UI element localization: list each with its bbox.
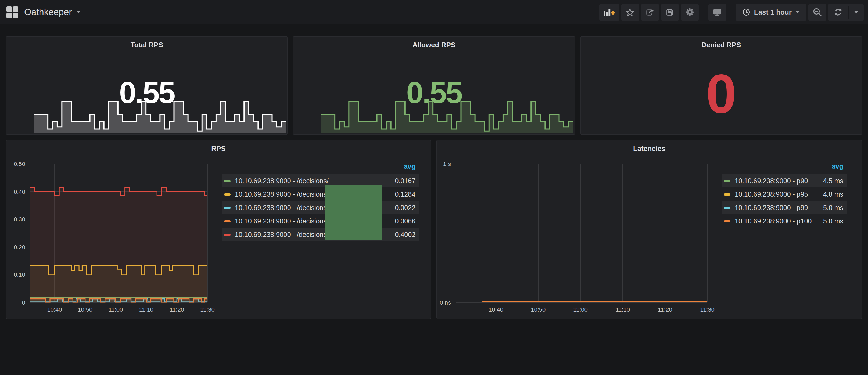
gear-icon — [685, 7, 694, 17]
x-axis-tick: 10:40 — [481, 306, 511, 313]
zoom-out-icon — [813, 7, 822, 17]
series-swatch — [724, 180, 731, 182]
add-panel-button[interactable] — [599, 3, 619, 21]
x-axis-tick: 11:10 — [131, 306, 161, 313]
cycle-view-button[interactable] — [708, 3, 726, 21]
legend-row[interactable]: 10.10.69.238:9000 - p99 5.0 ms — [722, 201, 846, 214]
monitor-icon — [713, 8, 722, 17]
series-swatch — [724, 193, 731, 195]
refresh-split-button — [828, 3, 864, 21]
x-axis-tick: 11:30 — [192, 306, 222, 313]
panel-title[interactable]: Denied RPS — [581, 41, 862, 49]
graph-panel-latencies: Latencies avg 10.10.69.238:9000 - p90 4.… — [436, 140, 862, 319]
x-axis-tick: 11:30 — [692, 306, 722, 313]
green-overlay-box — [325, 185, 381, 240]
legend-row[interactable]: 10.10.69.238:9000 - /decisions/ 0.4002 — [222, 228, 419, 241]
sparkline — [34, 99, 286, 133]
time-picker-button[interactable]: Last 1 hour — [736, 3, 806, 21]
rps-legend: avg 10.10.69.238:9000 - /decisions/ 0.01… — [222, 163, 419, 241]
share-button[interactable] — [641, 3, 659, 21]
x-axis-tick: 10:50 — [523, 306, 553, 313]
x-axis-tick: 10:50 — [70, 306, 100, 313]
refresh-interval-dropdown[interactable] — [849, 3, 864, 21]
stat-panel-total-rps: Total RPS 0.55 — [6, 36, 288, 135]
y-axis-tick: 0 — [6, 299, 25, 306]
zoom-out-button[interactable] — [808, 3, 826, 21]
legend-row[interactable]: 10.10.69.238:9000 - p90 4.5 ms — [722, 174, 846, 187]
x-axis-tick: 11:20 — [650, 306, 680, 313]
sparkline — [321, 99, 574, 133]
chevron-down-icon — [76, 11, 81, 13]
y-axis-tick: 0.10 — [6, 272, 25, 279]
legend-row[interactable]: 10.10.69.238:9000 - p100 5.0 ms — [722, 214, 846, 228]
series-swatch — [724, 207, 731, 209]
x-axis-tick: 11:00 — [565, 306, 595, 313]
share-icon — [646, 8, 654, 17]
x-axis-tick: 11:10 — [608, 306, 638, 313]
stat-value: 0 — [581, 67, 862, 121]
legend-row[interactable]: 10.10.69.238:9000 - p95 4.8 ms — [722, 187, 846, 201]
y-axis-tick: 0.50 — [6, 161, 25, 168]
series-swatch — [224, 220, 230, 222]
series-swatch — [224, 193, 230, 195]
y-axis-tick: 0.40 — [6, 188, 25, 195]
legend-avg-header[interactable]: avg — [722, 163, 846, 174]
series-swatch — [224, 180, 230, 182]
star-icon — [626, 8, 634, 17]
chevron-down-icon — [796, 11, 800, 13]
series-swatch — [224, 207, 230, 209]
legend-row[interactable]: 10.10.69.238:9000 - /decisions/ 0.0066 — [222, 214, 419, 228]
panel-title[interactable]: Allowed RPS — [294, 41, 575, 49]
dashboard-title[interactable]: Oathkeeper — [24, 7, 81, 18]
graphs-row: RPS avg 10.10.69.238:9000 - /decisions/ … — [6, 140, 862, 319]
panel-title[interactable]: Total RPS — [6, 41, 287, 49]
graph-panel-rps: RPS avg 10.10.69.238:9000 - /decisions/ … — [6, 140, 431, 319]
chevron-down-icon — [854, 11, 858, 13]
settings-button[interactable] — [681, 3, 699, 21]
stat-panel-denied-rps: Denied RPS 0 — [580, 36, 862, 135]
y-axis-tick: 1 s — [437, 161, 451, 168]
navbar: Oathkeeper — [0, 0, 868, 24]
y-axis-tick: 0 ns — [437, 299, 451, 306]
refresh-button[interactable] — [828, 3, 848, 21]
latencies-legend: avg 10.10.69.238:9000 - p90 4.5 ms 10.10… — [722, 163, 846, 228]
star-button[interactable] — [621, 3, 639, 21]
legend-row[interactable]: 10.10.69.238:9000 - /decisions/ 0.1284 — [222, 187, 419, 201]
legend-row[interactable]: 10.10.69.238:9000 - /decisions/ 0.0167 — [222, 174, 419, 187]
save-button[interactable] — [661, 3, 679, 21]
legend-avg-header[interactable]: avg — [222, 163, 419, 174]
add-panel-icon — [603, 8, 615, 17]
clock-icon — [742, 8, 750, 16]
series-fill-decisions-red — [30, 187, 208, 303]
dashboard-title-text: Oathkeeper — [24, 7, 72, 18]
x-axis-tick: 11:20 — [162, 306, 192, 313]
y-axis-tick: 0.20 — [6, 244, 25, 251]
x-axis-tick: 11:00 — [101, 306, 131, 313]
series-swatch — [224, 233, 230, 236]
y-axis-tick: 0.30 — [6, 216, 25, 223]
time-range-label: Last 1 hour — [754, 8, 792, 16]
dashboard-canvas: Total RPS 0.55 Allowed RPS 0.55 Denied R… — [0, 24, 868, 319]
stats-row: Total RPS 0.55 Allowed RPS 0.55 Denied R… — [6, 36, 862, 135]
rps-plot-area[interactable] — [30, 164, 208, 303]
dashboard-grid-icon[interactable] — [6, 6, 18, 18]
series-swatch — [724, 220, 731, 222]
stat-panel-allowed-rps: Allowed RPS 0.55 — [293, 36, 575, 135]
latencies-plot-area[interactable] — [456, 164, 707, 303]
save-icon — [665, 8, 674, 17]
legend-row[interactable]: 10.10.69.238:9000 - /decisions/ 0.0022 — [222, 201, 419, 214]
x-axis-tick: 10:40 — [39, 306, 70, 313]
refresh-icon — [834, 7, 843, 17]
